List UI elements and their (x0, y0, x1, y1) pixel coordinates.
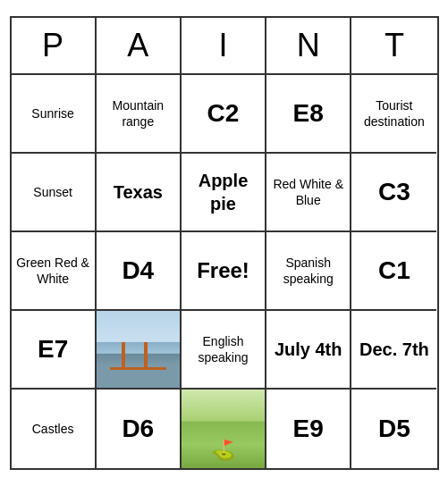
bingo-grid: SunriseMountain rangeC2E8Tourist destina… (12, 75, 437, 468)
cell-r4-c0: Castles (12, 390, 97, 468)
cell-r2-c0: Green Red & White (12, 232, 97, 311)
header-letter: N (266, 18, 351, 73)
bingo-card: PAINT SunriseMountain rangeC2E8Tourist d… (10, 16, 439, 470)
cell-r0-c0: Sunrise (12, 75, 97, 154)
cell-r3-c0: E7 (12, 311, 97, 390)
header-letter: I (182, 18, 266, 73)
cell-r1-c3: Red White & Blue (266, 154, 351, 232)
cell-r2-c2: Free! (182, 232, 266, 311)
cell-r2-c1: D4 (97, 232, 182, 311)
cell-r3-c2: English speaking (182, 311, 266, 390)
cell-r3-c4: Dec. 7th (351, 311, 436, 390)
header-letter: A (97, 18, 182, 73)
bingo-header: PAINT (12, 18, 437, 75)
cell-r0-c1: Mountain range (97, 75, 182, 154)
cell-r2-c3: Spanish speaking (266, 232, 351, 311)
header-letter: T (351, 18, 436, 73)
cell-r2-c4: C1 (351, 232, 436, 311)
cell-r3-c3: July 4th (266, 311, 351, 390)
cell-r1-c0: Sunset (12, 154, 97, 232)
cell-r4-c4: D5 (351, 390, 436, 468)
cell-r1-c1: Texas (97, 154, 182, 232)
cell-r1-c2: Apple pie (182, 154, 266, 232)
cell-r0-c2: C2 (182, 75, 266, 154)
cell-r4-c3: E9 (266, 390, 351, 468)
cell-r0-c3: E8 (266, 75, 351, 154)
park-image (182, 390, 265, 468)
cell-r4-c1: D6 (97, 390, 182, 468)
cell-r1-c4: C3 (351, 154, 436, 232)
golden-gate-image (97, 311, 180, 388)
cell-r4-c2 (182, 390, 266, 468)
header-letter: P (12, 18, 97, 73)
cell-r3-c1 (97, 311, 182, 390)
cell-r0-c4: Tourist destination (351, 75, 436, 154)
